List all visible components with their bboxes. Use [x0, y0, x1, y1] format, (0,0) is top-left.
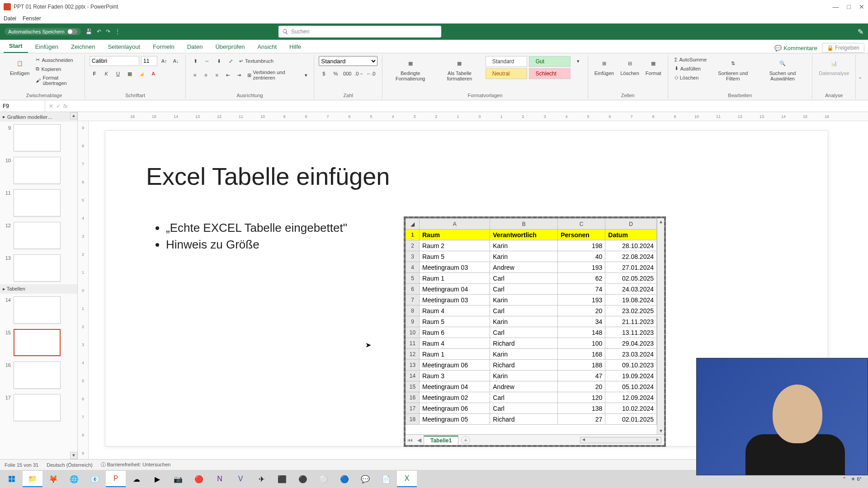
row-header-3[interactable]: 3 — [406, 251, 420, 262]
row-header-4[interactable]: 4 — [406, 262, 420, 273]
cell-d11[interactable]: 29.04.2023 — [605, 338, 657, 349]
cell-b9[interactable]: Karin — [490, 316, 558, 327]
undo-icon[interactable]: ↶ — [97, 28, 101, 35]
cut-button[interactable]: ✂ Ausschneiden — [34, 56, 80, 64]
sheet-nav-first-icon[interactable]: ⏮ — [406, 437, 415, 443]
outlook-icon[interactable]: 📧 — [85, 471, 105, 487]
table-row[interactable]: 2 Raum 2 Karin 198 28.10.2024 — [406, 240, 657, 251]
tab-zeichnen[interactable]: Zeichnen — [66, 41, 100, 53]
underline-button[interactable]: U — [113, 69, 123, 79]
cell-c13[interactable]: 188 — [558, 360, 605, 371]
cell-d12[interactable]: 23.03.2024 — [605, 349, 657, 360]
table-row[interactable]: 3 Raum 5 Karin 40 22.08.2024 — [406, 251, 657, 262]
cell-a4[interactable]: Meetingraum 03 — [420, 262, 490, 273]
row-header-16[interactable]: 16 — [406, 392, 420, 403]
cell-d17[interactable]: 10.02.2024 — [605, 403, 657, 414]
cell-c10[interactable]: 148 — [558, 327, 605, 338]
tab-daten[interactable]: Daten — [182, 41, 208, 53]
comma-icon[interactable]: 000 — [342, 69, 352, 79]
cell-a15[interactable]: Meetingraum 04 — [420, 381, 490, 392]
cell-a13[interactable]: Meetingraum 06 — [420, 360, 490, 371]
cell-b14[interactable]: Karin — [490, 371, 558, 381]
share-button[interactable]: 🔒 Freigeben — [822, 43, 864, 53]
cell-c14[interactable]: 47 — [558, 371, 605, 381]
firefox-icon[interactable]: 🦊 — [43, 471, 63, 487]
row-header-17[interactable]: 17 — [406, 403, 420, 414]
app-icon-4[interactable]: ⬛ — [272, 471, 292, 487]
cell-b5[interactable]: Carl — [490, 273, 558, 284]
cell-c11[interactable]: 100 — [558, 338, 605, 349]
align-middle-icon[interactable]: ↔ — [202, 56, 212, 66]
slide-thumb-9[interactable]: 9 — [0, 122, 77, 154]
cell-d15[interactable]: 05.10.2024 — [605, 381, 657, 392]
tab-seitenlayout[interactable]: Seitenlayout — [102, 41, 146, 53]
cell-b3[interactable]: Karin — [490, 251, 558, 262]
maximize-button[interactable]: □ — [847, 3, 851, 10]
cell-a10[interactable]: Raum 6 — [420, 327, 490, 338]
styles-more-icon[interactable]: ▾ — [573, 56, 583, 66]
cell-a5[interactable]: Raum 1 — [420, 273, 490, 284]
cell-b7[interactable]: Karin — [490, 295, 558, 305]
slide-thumb-12[interactable]: 12 — [0, 219, 77, 252]
cell-b15[interactable]: Andrew — [490, 381, 558, 392]
touch-mode-icon[interactable]: ⋮ — [115, 28, 120, 35]
cell-c2[interactable]: 198 — [558, 240, 605, 251]
cell-b18[interactable]: Richard — [490, 414, 558, 425]
tab-formeln[interactable]: Formeln — [147, 41, 180, 53]
row-header-5[interactable]: 5 — [406, 273, 420, 284]
cell-c1[interactable]: Personen — [558, 230, 605, 240]
cell-d1[interactable]: Datum — [605, 230, 657, 240]
cell-d6[interactable]: 24.03.2024 — [605, 284, 657, 295]
slide-thumb-15[interactable]: 15 — [0, 326, 77, 359]
cell-c12[interactable]: 168 — [558, 349, 605, 360]
table-row[interactable]: 18 Meetingraum 05 Richard 27 02.01.2025 — [406, 414, 657, 425]
cell-d5[interactable]: 02.05.2025 — [605, 273, 657, 284]
app-icon-9[interactable]: 📄 — [376, 471, 396, 487]
pen-icon[interactable]: ✎ — [858, 28, 863, 36]
cell-d13[interactable]: 09.10.2023 — [605, 360, 657, 371]
cell-a8[interactable]: Raum 4 — [420, 305, 490, 316]
style-neutral[interactable]: Neutral — [486, 68, 527, 79]
wrap-text-button[interactable]: ↵ Textumbruch — [237, 57, 275, 65]
col-header-a[interactable]: A — [420, 219, 490, 230]
status-language[interactable]: Deutsch (Österreich) — [47, 462, 92, 468]
cell-c15[interactable]: 20 — [558, 381, 605, 392]
slide-thumb-16[interactable]: 16 — [0, 359, 77, 391]
start-button[interactable] — [2, 471, 22, 487]
sheet-tab-tabelle1[interactable]: Tabelle1 — [424, 436, 458, 445]
row-header-18[interactable]: 18 — [406, 414, 420, 425]
cell-d9[interactable]: 21.11.2023 — [605, 316, 657, 327]
cell-c18[interactable]: 27 — [558, 414, 605, 425]
sort-filter-button[interactable]: ⇅Sortieren und Filtern — [711, 56, 755, 82]
name-box[interactable]: F9 — [0, 100, 45, 112]
cell-c6[interactable]: 74 — [558, 284, 605, 295]
row-header-8[interactable]: 8 — [406, 305, 420, 316]
cell-c3[interactable]: 40 — [558, 251, 605, 262]
font-name-input[interactable] — [90, 56, 139, 66]
tray-expand-icon[interactable]: ⌃ — [842, 476, 846, 482]
table-row[interactable]: 13 Meetingraum 06 Richard 188 09.10.2023 — [406, 360, 657, 371]
indent-decrease-icon[interactable]: ⇤ — [223, 70, 232, 80]
cell-c7[interactable]: 193 — [558, 295, 605, 305]
slide-title[interactable]: Excel Tabelle einfügen — [146, 162, 390, 190]
cell-a3[interactable]: Raum 5 — [420, 251, 490, 262]
cell-a7[interactable]: Meetingraum 03 — [420, 295, 490, 305]
row-header-2[interactable]: 2 — [406, 240, 420, 251]
sheet-nav-prev-icon[interactable]: ◀ — [415, 437, 424, 443]
col-header-c[interactable]: C — [558, 219, 605, 230]
cell-a12[interactable]: Raum 1 — [420, 349, 490, 360]
fx-icon[interactable]: fx — [63, 103, 67, 109]
app-icon-8[interactable]: 💬 — [355, 471, 375, 487]
cell-a11[interactable]: Raum 4 — [420, 338, 490, 349]
cell-a18[interactable]: Meetingraum 05 — [420, 414, 490, 425]
excel-vertical-scrollbar[interactable] — [657, 218, 664, 434]
app-icon-7[interactable]: 🔵 — [335, 471, 354, 487]
cell-d2[interactable]: 28.10.2024 — [605, 240, 657, 251]
format-cells-button[interactable]: ▦Format — [644, 56, 663, 77]
cell-a2[interactable]: Raum 2 — [420, 240, 490, 251]
cell-d4[interactable]: 27.01.2024 — [605, 262, 657, 273]
table-row[interactable]: 8 Raum 4 Carl 20 23.02.2025 — [406, 305, 657, 316]
cell-c5[interactable]: 62 — [558, 273, 605, 284]
table-row[interactable]: 5 Raum 1 Carl 62 02.05.2025 — [406, 273, 657, 284]
tab-hilfe[interactable]: Hilfe — [284, 41, 307, 53]
